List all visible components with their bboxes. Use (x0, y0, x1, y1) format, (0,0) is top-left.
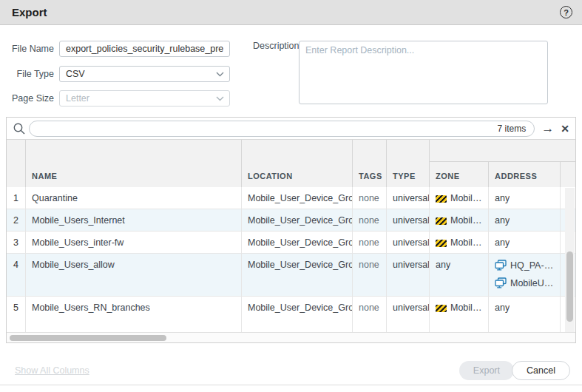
table-row[interactable]: 3Mobile_Users_inter-fwMobile_User_Device… (7, 232, 575, 254)
search-icon[interactable] (13, 122, 27, 135)
zone-label: any (436, 260, 450, 270)
scrollbar-gutter (561, 162, 575, 187)
cell-type: universal (387, 209, 430, 231)
cell-tags: none (353, 232, 387, 253)
zone-icon (436, 305, 447, 312)
zone-icon (436, 195, 447, 203)
column-label: TAGS (359, 172, 382, 180)
cell-zone: Mobile_... (430, 187, 489, 209)
page-size-value: Letter (59, 90, 230, 107)
file-type-label: File Type (0, 69, 59, 79)
cell-location: Mobile_User_Device_Group (242, 187, 353, 209)
file-name-label: File Name (0, 44, 59, 54)
column-header-zone[interactable]: ZONE (430, 162, 489, 187)
cell-zone: Mobile_... (430, 297, 489, 332)
file-name-row: File Name (0, 41, 230, 57)
vertical-scrollbar[interactable] (565, 188, 575, 333)
cell-tags: none (353, 297, 387, 332)
address-label: any (495, 303, 510, 313)
cell-type: universal (387, 297, 430, 332)
export-button[interactable]: Export (459, 361, 514, 380)
cell-address: any (489, 232, 561, 253)
zone-icon (436, 240, 447, 247)
description-group: Description (253, 41, 548, 104)
zone-label: Mobile_... (450, 237, 485, 248)
cell-tags: none (353, 254, 387, 296)
cell-address: HQ_PA-VMMobileUsers (489, 254, 561, 296)
cell-name: Quarantine (26, 187, 242, 209)
horizontal-scrollbar[interactable] (7, 332, 575, 342)
address-entry: any (495, 237, 557, 248)
zone-icon (436, 217, 447, 225)
column-label: TYPE (393, 172, 416, 180)
cell-name: Mobile_Users_RN_branches (26, 297, 242, 332)
search-input[interactable] (30, 124, 498, 134)
cell-location: Mobile_User_Device_Group (242, 254, 353, 296)
search-pill: 7 items (29, 121, 535, 137)
column-header-type[interactable]: TYPE (387, 140, 430, 187)
apply-filter-arrow-icon[interactable]: → (541, 121, 554, 136)
zone-label: Mobile_... (450, 193, 485, 203)
column-header-name[interactable]: NAME (26, 140, 242, 187)
cell-address: any (489, 187, 561, 209)
description-label: Description (253, 41, 299, 104)
vertical-scrollbar-thumb[interactable] (566, 251, 573, 322)
cell-address: any (489, 209, 561, 231)
address-label: any (495, 215, 510, 226)
horizontal-scrollbar-thumb[interactable] (10, 335, 166, 341)
row-number: 4 (7, 254, 26, 296)
cell-zone: any (430, 254, 489, 296)
column-header-address[interactable]: ADDRESS (489, 162, 561, 187)
cell-name: Mobile_Users_allow (26, 254, 242, 296)
cancel-button[interactable]: Cancel (512, 361, 570, 380)
table-row[interactable]: 1QuarantineMobile_User_Device_Groupnoneu… (7, 187, 575, 209)
file-name-input[interactable] (59, 41, 230, 57)
show-all-columns-link[interactable]: Show All Columns (15, 365, 89, 376)
dialog-titlebar: Export ? (0, 0, 582, 25)
cell-tags: none (353, 187, 387, 209)
address-entry: MobileUsers (495, 277, 557, 288)
column-header-tags[interactable]: TAGS (353, 140, 387, 187)
table-row[interactable]: 5Mobile_Users_RN_branchesMobile_User_Dev… (7, 297, 575, 332)
column-label: ZONE (436, 172, 460, 180)
page-size-label: Page Size (0, 93, 59, 104)
address-entry: any (495, 303, 557, 313)
row-number: 2 (7, 209, 26, 231)
description-input[interactable] (299, 41, 548, 104)
address-entry: any (495, 215, 557, 226)
row-number: 5 (7, 297, 26, 332)
table-row[interactable]: 4Mobile_Users_allowMobile_User_Device_Gr… (7, 254, 575, 297)
cell-name: Mobile_Users_Internet (26, 209, 242, 231)
address-label: any (495, 193, 510, 203)
cell-location: Mobile_User_Device_Group (242, 297, 353, 332)
dialog-title: Export (12, 6, 47, 18)
cell-type: universal (387, 232, 430, 253)
column-header-location[interactable]: LOCATION (242, 140, 353, 187)
chevron-down-icon (216, 96, 224, 101)
address-entry: any (495, 193, 557, 203)
column-label: NAME (32, 172, 57, 180)
address-label: any (495, 237, 510, 248)
file-type-select[interactable]: CSV (59, 66, 230, 82)
items-count: 7 items (498, 124, 527, 134)
page-size-select: Letter (59, 90, 230, 107)
address-label: HQ_PA-VM (510, 260, 557, 271)
cell-type: universal (387, 187, 430, 209)
row-number: 1 (7, 187, 26, 209)
row-number: 3 (7, 232, 26, 253)
clear-filter-close-icon[interactable]: ✕ (561, 123, 569, 135)
table-search-row: 7 items → ✕ (7, 118, 575, 140)
address-entry: HQ_PA-VM (495, 260, 557, 271)
dialog-bottom-edge (0, 385, 582, 385)
cell-name: Mobile_Users_inter-fw (26, 232, 242, 253)
cell-location: Mobile_User_Device_Group (242, 232, 353, 253)
address-group-icon (495, 260, 507, 271)
page-size-row: Page Size Letter (0, 90, 230, 107)
address-label: MobileUsers (510, 278, 557, 288)
table-row[interactable]: 2Mobile_Users_InternetMobile_User_Device… (7, 209, 575, 232)
file-type-row: File Type CSV (0, 66, 230, 82)
help-icon[interactable]: ? (560, 6, 572, 18)
header-row-number (7, 140, 26, 187)
cell-tags: none (353, 209, 387, 231)
zone-label: Mobile_... (450, 303, 485, 313)
